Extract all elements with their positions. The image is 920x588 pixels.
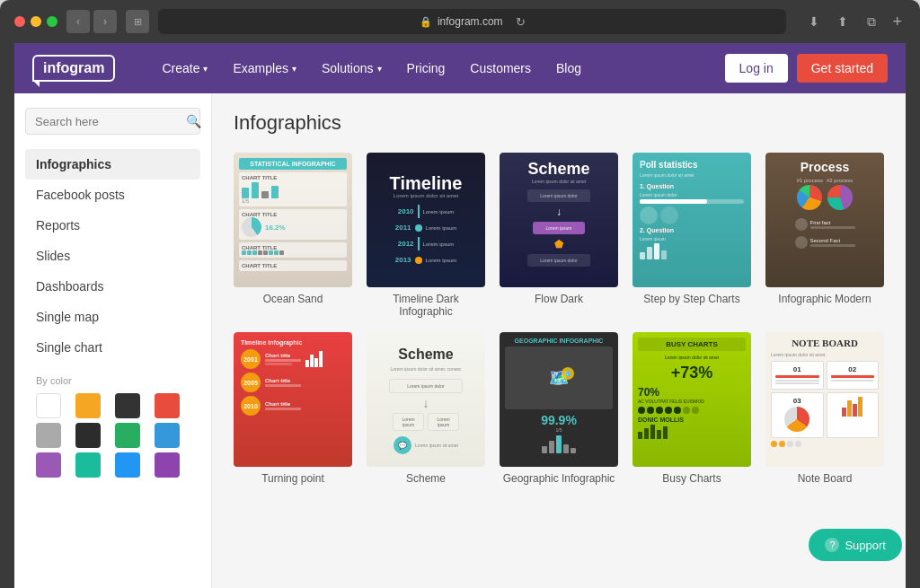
color-swatch-white[interactable] [36, 393, 61, 418]
template-name: Flow Dark [500, 293, 618, 305]
color-swatch-orange[interactable] [75, 393, 101, 418]
template-name: Ocean Sand [234, 293, 352, 305]
minimize-traffic-light[interactable] [31, 16, 41, 27]
template-grid-row1: STATISTICAL INFOGRAPHIC CHART TITLE 1/5 [234, 153, 884, 318]
template-name: Turning point [234, 472, 352, 485]
navbar: infogram Create ▾ Examples ▾ Solutions ▾ [14, 43, 906, 93]
forward-button[interactable]: › [93, 10, 117, 33]
template-ocean-sand[interactable]: STATISTICAL INFOGRAPHIC CHART TITLE 1/5 [234, 153, 352, 318]
nav-blog[interactable]: Blog [545, 54, 592, 83]
color-swatch-red[interactable] [155, 393, 180, 418]
close-traffic-light[interactable] [14, 16, 25, 27]
sidebar-item-infographics[interactable]: Infographics [25, 149, 200, 180]
color-swatch-purple[interactable] [36, 452, 61, 478]
color-swatch-lightblue[interactable] [115, 452, 140, 478]
nav-pricing[interactable]: Pricing [396, 54, 456, 83]
address-bar[interactable]: 🔒 infogram.com ↻ [158, 9, 786, 34]
template-infographic-modern[interactable]: Process #1 process #2 process [765, 153, 884, 318]
get-started-button[interactable]: Get started [797, 54, 888, 83]
browser-nav-arrows: ‹ › [66, 10, 117, 33]
template-name: Geographic Infographic [500, 472, 618, 485]
template-flow-dark[interactable]: Scheme Lorem ipsum dolor sit amet Lorem … [500, 153, 618, 318]
color-filter-label: By color [36, 375, 190, 386]
color-swatch-green[interactable] [115, 423, 140, 448]
nav-customers[interactable]: Customers [459, 54, 542, 83]
traffic-lights [14, 16, 58, 27]
nav-create[interactable]: Create ▾ [151, 54, 218, 83]
sidebar-item-reports[interactable]: Reports [25, 210, 200, 241]
new-tab-button[interactable]: + [889, 10, 906, 33]
main-content: 🔍 Infographics Facebook posts Reports Sl… [14, 93, 906, 588]
template-timeline-dark[interactable]: Timeline Lorem ipsum dolor sit amet 2010… [367, 153, 485, 318]
download-icon[interactable]: ⬇ [802, 10, 826, 33]
template-step-by-step[interactable]: Poll statistics Lorem ipsum dolor sit am… [632, 153, 751, 318]
template-grid-row2: Timeline infographic 2001 Chart title [234, 332, 884, 485]
template-name: Timeline Dark Infographic [367, 293, 485, 318]
color-swatch-gray[interactable] [36, 423, 61, 448]
browser-content: infogram Create ▾ Examples ▾ Solutions ▾ [14, 43, 906, 588]
template-busy-charts[interactable]: BUSY CHARTS Lorem ipsum dolor sit amet +… [632, 332, 751, 485]
logo-container[interactable]: infogram [32, 55, 115, 82]
color-swatch-blue[interactable] [155, 423, 180, 448]
sidebar-item-single-chart[interactable]: Single chart [25, 332, 200, 363]
color-swatch-black[interactable] [75, 423, 101, 448]
browser-actions: ⬇ ⬆ ⧉ + [802, 10, 906, 33]
lock-icon: 🔒 [420, 16, 432, 28]
nav-examples[interactable]: Examples ▾ [222, 54, 306, 83]
color-swatches [25, 393, 200, 478]
chevron-down-icon: ▾ [377, 64, 382, 74]
search-button[interactable]: 🔍 [186, 114, 201, 128]
nav-links: Create ▾ Examples ▾ Solutions ▾ Pricing … [151, 54, 724, 83]
browser-top-bar: ‹ › ⊞ 🔒 infogram.com ↻ ⬇ ⬆ ⧉ + [14, 9, 906, 43]
tabs-icon[interactable]: ⧉ [860, 10, 883, 33]
color-swatch-violet[interactable] [155, 452, 180, 478]
chevron-down-icon: ▾ [203, 64, 208, 74]
refresh-icon[interactable]: ↻ [516, 15, 526, 29]
support-button[interactable]: ? Support [809, 529, 902, 561]
nav-actions: Log in Get started [725, 54, 888, 83]
question-icon: ? [825, 538, 839, 552]
search-container: 🔍 [25, 108, 200, 135]
template-geographic[interactable]: GEOGRAPHIC INFOGRAPHIC 🗺️ 💧 99.9% 1/5 [500, 332, 618, 485]
maximize-traffic-light[interactable] [47, 16, 58, 27]
share-icon[interactable]: ⬆ [831, 10, 854, 33]
sidebar: 🔍 Infographics Facebook posts Reports Sl… [14, 93, 212, 588]
logo[interactable]: infogram [32, 55, 115, 82]
chevron-down-icon: ▾ [292, 64, 296, 74]
template-name: Busy Charts [632, 472, 751, 485]
url-text: infogram.com [438, 15, 503, 28]
template-name: Scheme [367, 472, 485, 485]
color-swatch-dark[interactable] [115, 393, 140, 418]
template-note-board[interactable]: NOTE BOARD Lorem ipsum dolor sit amet 01 [765, 332, 884, 485]
template-name: Infographic Modern [765, 293, 884, 305]
logo-tail [32, 80, 40, 87]
window-grid-button[interactable]: ⊞ [126, 10, 149, 33]
color-swatch-teal[interactable] [75, 452, 101, 478]
sidebar-item-facebook-posts[interactable]: Facebook posts [25, 180, 200, 210]
template-turning-point[interactable]: Timeline infographic 2001 Chart title [234, 332, 352, 485]
nav-solutions[interactable]: Solutions ▾ [311, 54, 393, 83]
search-input[interactable] [35, 115, 186, 128]
template-name: Note Board [765, 472, 884, 485]
sidebar-item-dashboards[interactable]: Dashboards [25, 271, 200, 302]
template-name: Step by Step Charts [632, 293, 751, 305]
content-area: Infographics STATISTICAL INFOGRAPHIC CHA… [212, 93, 906, 588]
sidebar-item-slides[interactable]: Slides [25, 241, 200, 271]
login-button[interactable]: Log in [725, 54, 788, 83]
template-scheme-light[interactable]: Scheme Lorem ipsum dolor sit amet, conse… [367, 332, 485, 485]
browser-window: ‹ › ⊞ 🔒 infogram.com ↻ ⬇ ⬆ ⧉ + infogram [0, 0, 920, 588]
sidebar-item-single-map[interactable]: Single map [25, 302, 200, 332]
back-button[interactable]: ‹ [66, 10, 90, 33]
page-title: Infographics [234, 111, 884, 135]
